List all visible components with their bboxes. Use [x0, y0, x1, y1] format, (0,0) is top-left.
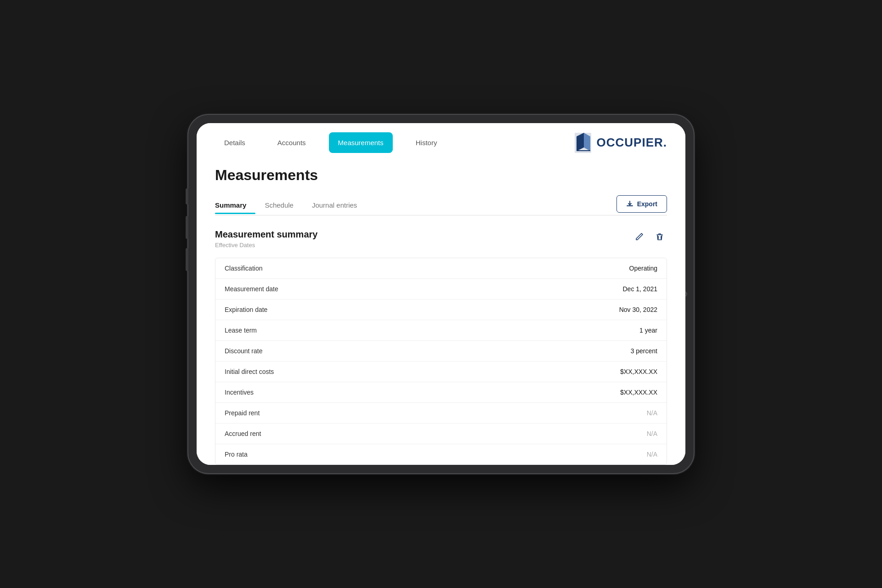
- row-value: Dec 1, 2021: [623, 285, 658, 293]
- page-content: Measurements SummaryScheduleJournal entr…: [197, 153, 685, 465]
- nav-tab-measurements[interactable]: Measurements: [329, 132, 393, 153]
- row-value: N/A: [647, 451, 657, 458]
- table-row: Initial direct costs$XX,XXX.XX: [215, 362, 667, 382]
- row-value: 3 percent: [631, 347, 657, 355]
- section-title: Measurement summary: [215, 229, 632, 240]
- section-subtitle: Effective Dates: [215, 242, 632, 249]
- table-row: Expiration dateNov 30, 2022: [215, 300, 667, 320]
- tablet-screen: DetailsAccountsMeasurementsHistory OCCUP…: [197, 123, 685, 465]
- volume-up-button[interactable]: [186, 216, 188, 239]
- row-label: Prepaid rent: [225, 409, 647, 417]
- nav-tab-details[interactable]: Details: [215, 132, 254, 153]
- logo-area: OCCUPIER.: [575, 133, 667, 153]
- logo-icon: [575, 133, 591, 153]
- row-value: 1 year: [639, 327, 657, 334]
- nav-tab-history[interactable]: History: [407, 132, 447, 153]
- row-value: N/A: [647, 409, 657, 417]
- tablet-frame: ⌃ ⌄ DetailsAccountsMeasurementsHistory: [188, 115, 694, 473]
- export-button[interactable]: Export: [616, 195, 667, 213]
- volume-down-button[interactable]: [186, 248, 188, 271]
- table-row: Lease term1 year: [215, 320, 667, 341]
- data-table: ClassificationOperatingMeasurement dateD…: [215, 258, 667, 465]
- table-row: Accrued rentN/A: [215, 424, 667, 444]
- page-title: Measurements: [215, 167, 667, 184]
- row-label: Classification: [225, 265, 629, 272]
- sub-tab-schedule[interactable]: Schedule: [255, 197, 303, 214]
- row-label: Expiration date: [225, 306, 619, 313]
- table-row: ClassificationOperating: [215, 258, 667, 279]
- power-button[interactable]: [186, 188, 188, 204]
- section-header: Measurement summary Effective Dates: [215, 229, 667, 249]
- pencil-icon: [635, 232, 644, 241]
- nav-tabs: DetailsAccountsMeasurementsHistory: [215, 132, 446, 153]
- screen-content: DetailsAccountsMeasurementsHistory OCCUP…: [197, 123, 685, 465]
- row-label: Discount rate: [225, 347, 631, 355]
- table-row: Incentives$XX,XXX.XX: [215, 382, 667, 403]
- delete-button[interactable]: [652, 229, 667, 244]
- table-row: Prepaid rentN/A: [215, 403, 667, 424]
- row-label: Accrued rent: [225, 430, 647, 437]
- row-value: Nov 30, 2022: [619, 306, 657, 313]
- table-row: Discount rate3 percent: [215, 341, 667, 362]
- logo-text: OCCUPIER.: [597, 136, 667, 150]
- table-row: Pro rataN/A: [215, 444, 667, 464]
- top-nav: DetailsAccountsMeasurementsHistory OCCUP…: [197, 123, 685, 153]
- row-value: N/A: [647, 430, 657, 437]
- row-value: $XX,XXX.XX: [620, 368, 657, 375]
- section-actions: [632, 229, 667, 244]
- edit-button[interactable]: [632, 229, 647, 244]
- row-value: $XX,XXX.XX: [620, 389, 657, 396]
- download-icon: [626, 200, 633, 208]
- trash-icon: [655, 232, 664, 241]
- row-label: Initial direct costs: [225, 368, 620, 375]
- nav-tab-accounts[interactable]: Accounts: [268, 132, 315, 153]
- row-label: Lease term: [225, 327, 639, 334]
- row-label: Measurement date: [225, 285, 623, 293]
- row-value: Operating: [629, 265, 657, 272]
- row-label: Pro rata: [225, 451, 647, 458]
- sub-tabs: SummaryScheduleJournal entries Export: [215, 195, 667, 215]
- svg-rect-3: [577, 150, 590, 151]
- row-label: Incentives: [225, 389, 620, 396]
- section-title-group: Measurement summary Effective Dates: [215, 229, 632, 249]
- table-row: Measurement dateDec 1, 2021: [215, 279, 667, 300]
- sub-tab-summary[interactable]: Summary: [215, 197, 255, 214]
- sub-tab-journal-entries[interactable]: Journal entries: [303, 197, 366, 214]
